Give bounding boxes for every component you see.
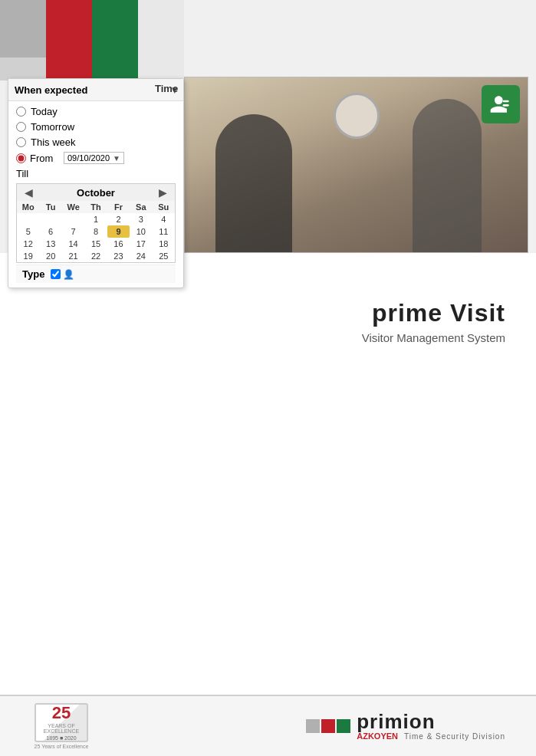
this-week-label: This week: [31, 136, 76, 148]
visitor-icon: [482, 85, 520, 123]
cal-day-22[interactable]: 22: [84, 250, 107, 262]
day-header-sa: Sa: [130, 201, 152, 213]
cal-day-13[interactable]: 13: [39, 238, 61, 250]
primion-sq-red: [321, 719, 335, 733]
svg-rect-2: [503, 108, 507, 110]
cal-day-20[interactable]: 20: [39, 250, 61, 262]
primion-squares: [306, 719, 350, 733]
from-label: From: [30, 153, 59, 164]
cal-day-15[interactable]: 15: [84, 238, 107, 250]
cal-day-7[interactable]: 7: [62, 225, 85, 238]
time-column-label: Time: [155, 83, 178, 94]
cal-day-18[interactable]: 18: [153, 238, 175, 250]
person-icon: 👤: [63, 269, 74, 280]
primion-text-block: primion AZKOYEN Time & Security Division: [357, 712, 505, 741]
cal-day-2[interactable]: 2: [107, 213, 130, 225]
cal-day-12[interactable]: 12: [17, 238, 39, 250]
person-silhouette-right: [413, 99, 482, 252]
cal-week-2: 5 6 7 8 9 10 11: [17, 225, 175, 238]
division-label: Time & Security Division: [404, 732, 505, 741]
cal-day-19[interactable]: 19: [17, 250, 39, 262]
cal-day-4[interactable]: 4: [153, 213, 175, 225]
cal-day-5[interactable]: 5: [17, 225, 39, 238]
dropdown-arrow-icon[interactable]: ▼: [113, 154, 120, 163]
cal-week-1: 1 2 3 4: [17, 213, 175, 225]
logo-25-badge: 25 YEARS OF EXCELLENCE 1895 ■ 2020 25 Ye…: [31, 703, 92, 749]
cal-day-23[interactable]: 23: [107, 250, 130, 262]
main-content: prime Visit Visitor Management System: [0, 253, 536, 695]
radio-this-week[interactable]: [16, 137, 26, 147]
primion-name: primion: [357, 712, 505, 731]
product-title: prime Visit: [372, 299, 505, 327]
cal-day-3[interactable]: 3: [130, 213, 152, 225]
day-header-th: Th: [84, 201, 107, 213]
day-header-mo: Mo: [17, 201, 39, 213]
cal-day-24[interactable]: 24: [130, 250, 152, 262]
day-header-we: We: [62, 201, 85, 213]
day-header-fr: Fr: [107, 201, 130, 213]
badge-number: 25: [52, 705, 71, 721]
filter-option-tomorrow[interactable]: Tomorrow: [16, 121, 176, 133]
person-silhouette-left: [215, 114, 292, 252]
type-checkbox[interactable]: 👤: [51, 269, 74, 280]
cal-day-1[interactable]: 1: [84, 213, 107, 225]
calendar-month: October: [77, 187, 115, 199]
cal-day-14[interactable]: 14: [62, 238, 85, 250]
top-logo-bar: [0, 0, 184, 81]
logo-block-green: [92, 0, 138, 58]
azkoyen-label: AZKOYEN: [357, 731, 398, 741]
from-date-input[interactable]: 09/10/2020 ▼: [64, 152, 124, 164]
cal-week-3: 12 13 14 15 16 17 18: [17, 238, 175, 250]
bottom-bar: 25 YEARS OF EXCELLENCE 1895 ■ 2020 25 Ye…: [0, 695, 536, 756]
tomorrow-label: Tomorrow: [31, 121, 74, 133]
logo-block2-red: [46, 58, 92, 81]
filter-option-this-week[interactable]: This week: [16, 136, 176, 148]
logo-25-container: 25 YEARS OF EXCELLENCE 1895 ■ 2020 25 Ye…: [31, 703, 92, 749]
filter-panel: When expected ▾ Today Tomorrow This week…: [8, 78, 184, 288]
from-date-value: 09/10/2020: [67, 153, 110, 163]
filter-option-today[interactable]: Today: [16, 106, 176, 117]
cal-day-11[interactable]: 11: [153, 225, 175, 238]
cal-day-6[interactable]: 6: [39, 225, 61, 238]
cal-day-9[interactable]: 9: [107, 225, 130, 238]
cal-day[interactable]: [62, 213, 85, 225]
logo-block-gray: [0, 0, 46, 58]
cal-day-16[interactable]: 16: [107, 238, 130, 250]
cal-next-button[interactable]: ▶: [156, 186, 170, 199]
cal-day-8[interactable]: 8: [84, 225, 107, 238]
type-checkbox-input[interactable]: [51, 269, 61, 279]
cal-day-25[interactable]: 25: [153, 250, 175, 262]
logo-block2-gray: [0, 58, 46, 81]
badge-tagline: 25 Years of Excellence: [35, 744, 89, 749]
cal-prev-button[interactable]: ◀: [21, 186, 36, 199]
radio-from[interactable]: [16, 153, 26, 163]
cal-day-10[interactable]: 10: [130, 225, 152, 238]
cal-day[interactable]: [17, 213, 39, 225]
logo-block2-green: [92, 58, 138, 81]
primion-sq-green: [337, 719, 350, 733]
photo-background: [185, 77, 528, 252]
radio-today[interactable]: [16, 107, 26, 117]
radio-tomorrow[interactable]: [16, 122, 26, 132]
clock-decoration: [334, 93, 380, 139]
cal-day-21[interactable]: 21: [62, 250, 85, 262]
cal-day[interactable]: [39, 213, 61, 225]
cal-week-4: 19 20 21 22 23 24 25: [17, 250, 175, 262]
cal-day-17[interactable]: 17: [130, 238, 152, 250]
badge-years: YEARS OF EXCELLENCE: [36, 723, 87, 734]
svg-rect-1: [503, 104, 509, 107]
logo-block-red: [46, 0, 92, 58]
primion-sq-gray: [306, 719, 320, 733]
product-subtitle: Visitor Management System: [362, 331, 505, 344]
badge-dates: 1895 ■ 2020: [46, 735, 76, 741]
day-header-su: Su: [153, 201, 175, 213]
svg-rect-0: [503, 100, 509, 103]
primion-logo: primion AZKOYEN Time & Security Division: [306, 712, 505, 741]
till-label: Till: [16, 168, 45, 179]
type-label: Type: [22, 268, 44, 280]
today-label: Today: [31, 106, 58, 117]
photo-area: [184, 77, 528, 253]
filter-title: When expected: [15, 84, 87, 96]
day-header-tu: Tu: [39, 201, 61, 213]
calendar: ◀ October ▶ Mo Tu We Th Fr Sa Su: [16, 183, 176, 263]
